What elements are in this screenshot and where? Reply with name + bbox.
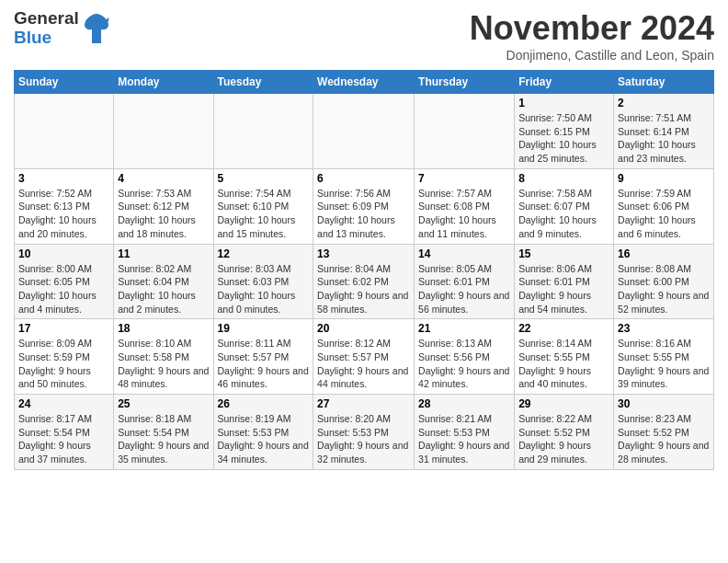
header-saturday: Saturday [614,71,714,94]
header-sunday: Sunday [15,71,114,94]
day-number: 15 [518,247,609,260]
calendar-cell: 1Sunrise: 7:50 AMSunset: 6:15 PMDaylight… [515,94,614,169]
calendar-cell: 6Sunrise: 7:56 AMSunset: 6:09 PMDaylight… [313,168,415,244]
day-info: Sunrise: 7:52 AMSunset: 6:13 PMDaylight:… [18,187,109,241]
calendar-week-2: 3Sunrise: 7:52 AMSunset: 6:13 PMDaylight… [15,168,714,244]
day-number: 25 [118,397,209,410]
day-number: 26 [218,397,310,410]
day-info: Sunrise: 7:50 AMSunset: 6:15 PMDaylight:… [518,111,609,166]
day-info: Sunrise: 8:16 AMSunset: 5:55 PMDaylight:… [618,337,710,391]
header-tuesday: Tuesday [213,71,313,94]
calendar-cell: 20Sunrise: 8:12 AMSunset: 5:57 PMDayligh… [313,319,415,395]
day-info: Sunrise: 7:59 AMSunset: 6:06 PMDaylight:… [618,187,710,241]
calendar-cell: 28Sunrise: 8:21 AMSunset: 5:53 PMDayligh… [415,395,515,470]
day-info: Sunrise: 8:12 AMSunset: 5:57 PMDaylight:… [317,337,410,391]
day-number: 12 [218,247,310,260]
calendar-cell: 17Sunrise: 8:09 AMSunset: 5:59 PMDayligh… [15,319,114,395]
calendar-cell: 25Sunrise: 8:18 AMSunset: 5:54 PMDayligh… [114,395,213,470]
day-number: 7 [418,172,510,185]
day-info: Sunrise: 8:18 AMSunset: 5:54 PMDaylight:… [118,412,209,466]
day-info: Sunrise: 8:21 AMSunset: 5:53 PMDaylight:… [418,412,510,466]
day-number: 30 [618,397,710,410]
calendar-cell: 2Sunrise: 7:51 AMSunset: 6:14 PMDaylight… [614,94,714,169]
day-number: 20 [317,322,410,335]
day-number: 10 [18,247,109,260]
calendar-cell: 29Sunrise: 8:22 AMSunset: 5:52 PMDayligh… [515,395,614,470]
day-number: 21 [418,322,510,335]
header-thursday: Thursday [415,71,515,94]
calendar-cell [213,94,313,169]
day-number: 5 [218,172,310,185]
calendar-cell: 11Sunrise: 8:02 AMSunset: 6:04 PMDayligh… [114,244,213,319]
day-info: Sunrise: 8:23 AMSunset: 5:52 PMDaylight:… [618,412,710,466]
calendar-cell: 19Sunrise: 8:11 AMSunset: 5:57 PMDayligh… [213,319,313,395]
calendar-cell [15,94,114,169]
day-info: Sunrise: 8:06 AMSunset: 6:01 PMDaylight:… [518,262,609,316]
day-info: Sunrise: 8:05 AMSunset: 6:01 PMDaylight:… [418,262,510,316]
day-info: Sunrise: 8:17 AMSunset: 5:54 PMDaylight:… [18,412,109,466]
day-number: 27 [317,397,410,410]
calendar-week-4: 17Sunrise: 8:09 AMSunset: 5:59 PMDayligh… [15,319,714,395]
calendar-cell: 24Sunrise: 8:17 AMSunset: 5:54 PMDayligh… [15,395,114,470]
day-number: 2 [618,97,710,109]
logo-general: General [14,9,79,29]
day-number: 1 [518,97,609,109]
location-subtitle: Donjimeno, Castille and Leon, Spain [470,48,714,63]
day-number: 14 [418,247,510,260]
day-info: Sunrise: 8:10 AMSunset: 5:58 PMDaylight:… [118,337,209,391]
calendar-cell [415,94,515,169]
calendar-header-row: SundayMondayTuesdayWednesdayThursdayFrid… [15,71,714,94]
day-info: Sunrise: 8:02 AMSunset: 6:04 PMDaylight:… [118,262,209,316]
day-number: 24 [18,397,109,410]
day-info: Sunrise: 8:08 AMSunset: 6:00 PMDaylight:… [618,262,710,316]
calendar-cell: 14Sunrise: 8:05 AMSunset: 6:01 PMDayligh… [415,244,515,319]
day-info: Sunrise: 7:53 AMSunset: 6:12 PMDaylight:… [118,187,209,241]
day-info: Sunrise: 7:56 AMSunset: 6:09 PMDaylight:… [317,187,410,241]
header-friday: Friday [515,71,614,94]
day-info: Sunrise: 7:57 AMSunset: 6:08 PMDaylight:… [418,187,510,241]
calendar-cell: 8Sunrise: 7:58 AMSunset: 6:07 PMDaylight… [515,168,614,244]
calendar-cell: 9Sunrise: 7:59 AMSunset: 6:06 PMDaylight… [614,168,714,244]
calendar-cell: 12Sunrise: 8:03 AMSunset: 6:03 PMDayligh… [213,244,313,319]
calendar-cell: 30Sunrise: 8:23 AMSunset: 5:52 PMDayligh… [614,395,714,470]
day-info: Sunrise: 8:11 AMSunset: 5:57 PMDaylight:… [218,337,310,391]
day-number: 17 [18,322,109,335]
header-monday: Monday [114,71,213,94]
day-info: Sunrise: 7:58 AMSunset: 6:07 PMDaylight:… [518,187,609,241]
day-info: Sunrise: 8:09 AMSunset: 5:59 PMDaylight:… [18,337,109,391]
logo-bird-icon [83,12,110,45]
calendar-cell [313,94,415,169]
day-info: Sunrise: 8:22 AMSunset: 5:52 PMDaylight:… [518,412,609,466]
day-info: Sunrise: 7:54 AMSunset: 6:10 PMDaylight:… [218,187,310,241]
day-number: 19 [218,322,310,335]
day-info: Sunrise: 8:03 AMSunset: 6:03 PMDaylight:… [218,262,310,316]
calendar-cell: 22Sunrise: 8:14 AMSunset: 5:55 PMDayligh… [515,319,614,395]
calendar-cell: 27Sunrise: 8:20 AMSunset: 5:53 PMDayligh… [313,395,415,470]
day-number: 8 [518,172,609,185]
logo: General Blue [14,9,110,48]
day-number: 18 [118,322,209,335]
calendar-week-5: 24Sunrise: 8:17 AMSunset: 5:54 PMDayligh… [15,395,714,470]
day-info: Sunrise: 8:00 AMSunset: 6:05 PMDaylight:… [18,262,109,316]
day-info: Sunrise: 7:51 AMSunset: 6:14 PMDaylight:… [618,111,710,166]
day-number: 13 [317,247,410,260]
day-info: Sunrise: 8:13 AMSunset: 5:56 PMDaylight:… [418,337,510,391]
calendar-cell: 5Sunrise: 7:54 AMSunset: 6:10 PMDaylight… [213,168,313,244]
calendar-cell: 23Sunrise: 8:16 AMSunset: 5:55 PMDayligh… [614,319,714,395]
day-number: 6 [317,172,410,185]
day-number: 11 [118,247,209,260]
day-number: 28 [418,397,510,410]
day-info: Sunrise: 8:20 AMSunset: 5:53 PMDaylight:… [317,412,410,466]
day-number: 4 [118,172,209,185]
day-number: 22 [518,322,609,335]
calendar-cell: 3Sunrise: 7:52 AMSunset: 6:13 PMDaylight… [15,168,114,244]
calendar-table: SundayMondayTuesdayWednesdayThursdayFrid… [14,70,714,470]
day-number: 29 [518,397,609,410]
calendar-cell: 4Sunrise: 7:53 AMSunset: 6:12 PMDaylight… [114,168,213,244]
page-header: General Blue November 2024 Donjimeno, Ca… [14,9,714,63]
calendar-week-1: 1Sunrise: 7:50 AMSunset: 6:15 PMDaylight… [15,94,714,169]
day-info: Sunrise: 8:19 AMSunset: 5:53 PMDaylight:… [218,412,310,466]
calendar-cell: 15Sunrise: 8:06 AMSunset: 6:01 PMDayligh… [515,244,614,319]
logo-blue: Blue [14,29,79,48]
calendar-cell: 21Sunrise: 8:13 AMSunset: 5:56 PMDayligh… [415,319,515,395]
